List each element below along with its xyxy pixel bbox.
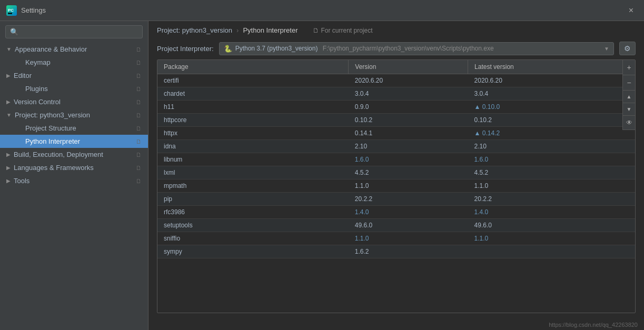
sidebar-item-label: Keymap xyxy=(25,58,51,66)
table-row[interactable]: libnum1.6.01.6.0 xyxy=(157,153,635,166)
interpreter-dropdown[interactable]: 🐍 Python 3.7 (python3_version) F:\python… xyxy=(219,42,614,55)
sidebar-item-icon: 🗋 xyxy=(136,99,142,105)
sidebar-item-label: Plugins xyxy=(25,85,48,93)
breadcrumb-separator: › xyxy=(236,26,239,34)
cell-latest: 2020.6.20 xyxy=(468,74,635,87)
cell-package: libnum xyxy=(157,153,349,166)
sidebar-item-icon: 🗋 xyxy=(136,86,142,92)
cell-version: 49.6.0 xyxy=(349,219,468,232)
table-row[interactable]: sympy1.6.2 xyxy=(157,245,635,258)
cell-package: lxml xyxy=(157,166,349,179)
sidebar-item-label: Build, Execution, Deployment xyxy=(14,151,103,158)
sidebar-item-python-interpreter[interactable]: Python Interpreter🗋 xyxy=(0,135,148,148)
sidebar-item-icon: 🗋 xyxy=(136,152,142,158)
table-header: Package Version Latest version xyxy=(157,60,635,74)
col-latest: Latest version xyxy=(468,60,635,74)
table-row[interactable]: mpmath1.1.01.1.0 xyxy=(157,179,635,193)
sidebar-item-label: Python Interpreter xyxy=(25,137,80,145)
sidebar-item-label: Languages & Frameworks xyxy=(14,164,94,172)
breadcrumb-project-link[interactable]: 🗋 For current project xyxy=(313,27,373,34)
col-version: Version xyxy=(349,60,468,74)
search-box[interactable]: 🔍 xyxy=(5,25,143,38)
interpreter-settings-button[interactable]: ⚙ xyxy=(619,42,636,55)
sidebar-item-plugins[interactable]: Plugins🗋 xyxy=(0,82,148,95)
cell-version: 2.10 xyxy=(349,140,468,153)
expand-arrow-icon: ▼ xyxy=(6,112,12,118)
scroll-up-button[interactable]: ▲ xyxy=(622,91,635,103)
sidebar-item-label: Editor xyxy=(14,72,32,79)
project-link-text: For current project xyxy=(321,27,373,34)
table-row[interactable]: setuptools49.6.049.6.0 xyxy=(157,219,635,232)
sidebar-item-label: Tools xyxy=(14,177,29,185)
table-row[interactable]: chardet3.0.43.0.4 xyxy=(157,87,635,101)
remove-package-button[interactable]: − xyxy=(622,75,635,91)
sidebar-item-icon: 🗋 xyxy=(136,59,142,66)
sidebar-item-tools[interactable]: ▶Tools🗋 xyxy=(0,174,148,187)
sidebar-item-project-structure[interactable]: Project Structure🗋 xyxy=(0,122,148,135)
window-title: Settings xyxy=(21,6,625,14)
sidebar-item-icon: 🗋 xyxy=(136,46,142,53)
packages-table-container: Package Version Latest version certifi20… xyxy=(157,59,636,313)
watermark: https://blog.csdn.net/qq_42263820 xyxy=(148,319,644,330)
sidebar-item-languages-frameworks[interactable]: ▶Languages & Frameworks🗋 xyxy=(0,161,148,174)
cell-package: rfc3986 xyxy=(157,206,349,219)
app-logo: PC xyxy=(6,5,17,16)
cell-package: h11 xyxy=(157,101,349,114)
details-button[interactable]: 👁 xyxy=(622,116,635,130)
sidebar-item-editor[interactable]: ▶Editor🗋 xyxy=(0,69,148,82)
sidebar-item-icon: 🗋 xyxy=(136,73,142,79)
cell-version: 1.6.0 xyxy=(349,153,468,166)
main-layout: 🔍 ▼Appearance & Behavior🗋Keymap🗋▶Editor🗋… xyxy=(0,21,644,330)
upgrade-arrow-icon: ▲ xyxy=(474,103,482,111)
sidebar-item-version-control[interactable]: ▶Version Control🗋 xyxy=(0,95,148,108)
table-row[interactable]: h110.9.0▲ 0.10.0 xyxy=(157,101,635,114)
packages-table: Package Version Latest version certifi20… xyxy=(157,60,635,258)
cell-package: idna xyxy=(157,140,349,153)
table-row[interactable]: sniffio1.1.01.1.0 xyxy=(157,232,635,245)
cell-version: 4.5.2 xyxy=(349,166,468,179)
sidebar-item-project-python3[interactable]: ▼Project: python3_version🗋 xyxy=(0,108,148,122)
project-link-icon: 🗋 xyxy=(313,27,319,34)
sidebar-item-build-execution[interactable]: ▶Build, Execution, Deployment🗋 xyxy=(0,148,148,161)
table-row[interactable]: rfc39861.4.01.4.0 xyxy=(157,206,635,219)
sidebar-item-icon: 🗋 xyxy=(136,165,142,171)
sidebar-item-label: Appearance & Behavior xyxy=(15,45,87,53)
close-button[interactable]: × xyxy=(625,4,638,17)
cell-version: 0.10.2 xyxy=(349,114,468,127)
sidebar-item-keymap[interactable]: Keymap🗋 xyxy=(0,56,148,69)
search-input[interactable] xyxy=(22,28,138,36)
table-body: certifi2020.6.202020.6.20chardet3.0.43.0… xyxy=(157,74,635,258)
table-row[interactable]: pip20.2.220.2.2 xyxy=(157,193,635,206)
cell-latest: 0.10.2 xyxy=(468,114,635,127)
scroll-down-button[interactable]: ▼ xyxy=(622,103,635,116)
table-row[interactable]: lxml4.5.24.5.2 xyxy=(157,166,635,179)
latest-version-text: 0.14.2 xyxy=(482,129,500,137)
table-row[interactable]: httpx0.14.1▲ 0.14.2 xyxy=(157,127,635,140)
cell-latest: 2.10 xyxy=(468,140,635,153)
sidebar-item-label: Project Structure xyxy=(25,124,76,132)
table-header-row: Package Version Latest version xyxy=(157,60,635,74)
cell-latest: ▲ 0.10.0 xyxy=(468,101,635,114)
table-row[interactable]: httpcore0.10.20.10.2 xyxy=(157,114,635,127)
cell-version: 1.1.0 xyxy=(349,232,468,245)
cell-latest: 20.2.2 xyxy=(468,193,635,206)
cell-package: setuptools xyxy=(157,219,349,232)
sidebar-item-icon: 🗋 xyxy=(136,112,142,118)
cell-version: 2020.6.20 xyxy=(349,74,468,87)
cell-version: 0.9.0 xyxy=(349,101,468,114)
sidebar-item-appearance-behavior[interactable]: ▼Appearance & Behavior🗋 xyxy=(0,43,148,56)
content-wrapper: Project: python3_version › Python Interp… xyxy=(148,21,644,330)
cell-package: chardet xyxy=(157,87,349,101)
cell-latest: ▲ 0.14.2 xyxy=(468,127,635,140)
sidebar-items-container: ▼Appearance & Behavior🗋Keymap🗋▶Editor🗋Pl… xyxy=(0,43,148,187)
cell-version: 20.2.2 xyxy=(349,193,468,206)
sidebar-item-icon: 🗋 xyxy=(136,125,142,132)
table-row[interactable]: certifi2020.6.202020.6.20 xyxy=(157,74,635,87)
cell-package: certifi xyxy=(157,74,349,87)
add-package-button[interactable]: + xyxy=(622,60,635,75)
cell-package: sympy xyxy=(157,245,349,258)
cell-latest: 1.1.0 xyxy=(468,232,635,245)
content-area: Project: python3_version › Python Interp… xyxy=(148,21,644,330)
table-row[interactable]: idna2.102.10 xyxy=(157,140,635,153)
cell-version: 1.1.0 xyxy=(349,179,468,193)
